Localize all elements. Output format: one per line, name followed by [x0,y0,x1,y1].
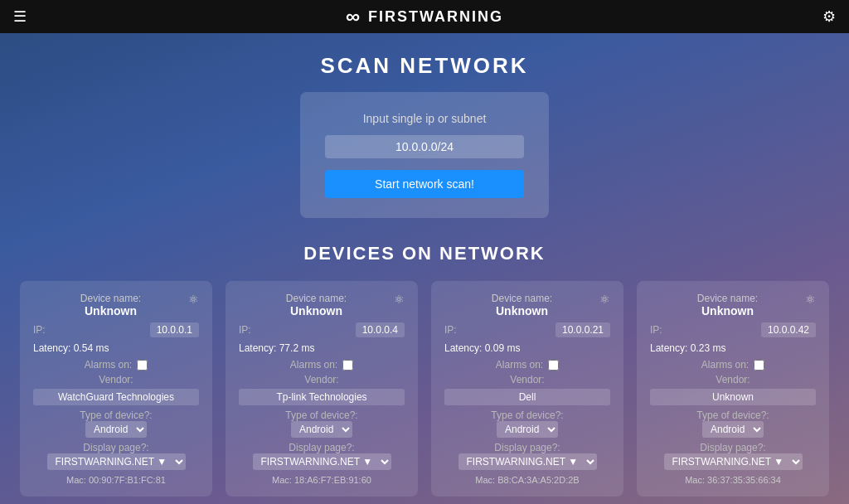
device-name-label: Device name: [33,293,188,304]
devices-grid: Device name: Unknown ⚛ IP: 10.0.0.1 Late… [0,281,849,504]
device-card: Device name: Unknown ⚛ IP: 10.0.0.4 Late… [226,281,418,497]
scan-box: Input single ip or subnet Start network … [300,92,549,218]
tuning-icon[interactable]: ⚛ [188,293,199,306]
display-row: Display page?: FIRSTWARNING.NET ▼ [444,442,610,470]
ip-row: IP: 10.0.0.42 [650,322,816,337]
display-label: Display page?: [33,442,199,453]
device-card: Device name: Unknown ⚛ IP: 10.0.0.21 Lat… [431,281,623,497]
type-label: Type of device?: [33,410,199,421]
latency-row: Latency: 77.2 ms [239,342,405,354]
type-row: Type of device?: Android Router Switch O… [33,410,199,438]
display-select[interactable]: FIRSTWARNING.NET ▼ [47,453,186,470]
type-select[interactable]: Android Router Switch Other [85,421,147,438]
latency-value: Latency: 0.54 ms [33,342,109,354]
card-header: Device name: Unknown ⚛ [33,293,199,317]
device-name-block: Device name: Unknown [650,293,805,317]
device-card: Device name: Unknown ⚛ IP: 10.0.0.42 Lat… [637,281,829,497]
device-name-label: Device name: [444,293,599,304]
latency-value: Latency: 0.23 ms [650,342,725,354]
type-row: Type of device?: Android Router Switch O… [239,410,405,438]
latency-value: Latency: 77.2 ms [239,342,314,354]
vendor-label: Vendor: [33,374,199,385]
device-name-label: Device name: [650,293,805,304]
ip-row: IP: 10.0.0.4 [239,322,405,337]
tuning-icon[interactable]: ⚛ [394,293,405,306]
alarms-label: Alarms on: [290,359,337,371]
vendor-value: Tp-link Technologies [239,389,405,405]
alarms-row: Alarms on: [650,359,816,371]
card-header: Device name: Unknown ⚛ [444,293,610,317]
ip-row: IP: 10.0.0.21 [444,322,610,337]
display-label: Display page?: [239,442,405,453]
vendor-value: WatchGuard Technologies [33,389,199,405]
vendor-label: Vendor: [239,374,405,385]
topbar-logo: ∞ FIRSTWARNING [346,5,503,28]
display-label: Display page?: [650,442,816,453]
latency-value: Latency: 0.09 ms [444,342,520,354]
display-row: Display page?: FIRSTWARNING.NET ▼ [33,442,199,470]
page-title: SCAN NETWORK [0,33,849,92]
alarms-checkbox[interactable] [754,360,764,371]
type-select[interactable]: Android Router Switch Other [497,421,558,438]
display-select[interactable]: FIRSTWARNING.NET ▼ [253,453,391,470]
ip-value: 10.0.0.42 [761,322,816,337]
mac-row: Mac: B8:CA:3A:A5:2D:2B [444,475,610,485]
vendor-label: Vendor: [444,374,610,385]
display-label: Display page?: [444,442,610,453]
ip-row: IP: 10.0.0.1 [33,322,199,337]
device-name-value: Unknown [650,304,805,317]
ip-label: IP: [444,324,457,336]
type-row: Type of device?: Android Router Switch O… [444,410,610,438]
device-name-value: Unknown [33,304,188,317]
alarms-label: Alarms on: [85,359,132,371]
hamburger-icon[interactable]: ☰ [13,7,27,26]
alarms-checkbox[interactable] [342,360,353,371]
display-select[interactable]: FIRSTWARNING.NET ▼ [458,453,597,470]
latency-row: Latency: 0.54 ms [33,342,199,354]
vendor-value: Unknown [650,389,816,405]
ip-value: 10.0.0.1 [150,322,199,337]
type-select[interactable]: Android Router Switch Other [702,421,764,438]
infinity-icon: ∞ [346,5,361,28]
type-label: Type of device?: [239,410,405,421]
ip-value: 10.0.0.21 [555,322,610,337]
alarms-label: Alarms on: [701,359,749,371]
mac-row: Mac: 00:90:7F:B1:FC:81 [33,475,199,485]
alarms-row: Alarms on: [239,359,405,371]
type-select[interactable]: Android Router Switch Other [291,421,352,438]
gear-icon[interactable]: ⚙ [822,7,836,26]
mac-row: Mac: 36:37:35:35:66:34 [650,475,816,485]
device-name-label: Device name: [239,293,394,304]
ip-label: IP: [33,324,46,336]
device-name-block: Device name: Unknown [239,293,394,317]
scan-input[interactable] [325,135,524,158]
ip-value: 10.0.0.4 [356,322,405,337]
tuning-icon[interactable]: ⚛ [805,293,816,306]
device-name-block: Device name: Unknown [444,293,599,317]
alarms-label: Alarms on: [496,359,543,371]
alarms-row: Alarms on: [33,359,199,371]
ip-label: IP: [650,324,662,336]
mac-row: Mac: 18:A6:F7:EB:91:60 [239,475,405,485]
logo-text: FIRSTWARNING [368,8,503,26]
card-header: Device name: Unknown ⚛ [239,293,405,317]
ip-label: IP: [239,324,251,336]
type-row: Type of device?: Android Router Switch O… [650,410,816,438]
type-label: Type of device?: [650,410,816,421]
alarms-checkbox[interactable] [548,360,559,371]
display-row: Display page?: FIRSTWARNING.NET ▼ [650,442,816,470]
alarms-row: Alarms on: [444,359,610,371]
type-label: Type of device?: [444,410,610,421]
scan-label: Input single ip or subnet [325,112,524,125]
tuning-icon[interactable]: ⚛ [599,293,610,306]
display-row: Display page?: FIRSTWARNING.NET ▼ [239,442,405,470]
device-name-value: Unknown [239,304,394,317]
scan-button[interactable]: Start network scan! [325,170,524,198]
device-name-block: Device name: Unknown [33,293,188,317]
alarms-checkbox[interactable] [137,360,148,371]
latency-row: Latency: 0.23 ms [650,342,816,354]
card-header: Device name: Unknown ⚛ [650,293,816,317]
display-select[interactable]: FIRSTWARNING.NET ▼ [664,453,803,470]
devices-section-title: DEVICES ON NETWORK [0,243,849,264]
latency-row: Latency: 0.09 ms [444,342,610,354]
